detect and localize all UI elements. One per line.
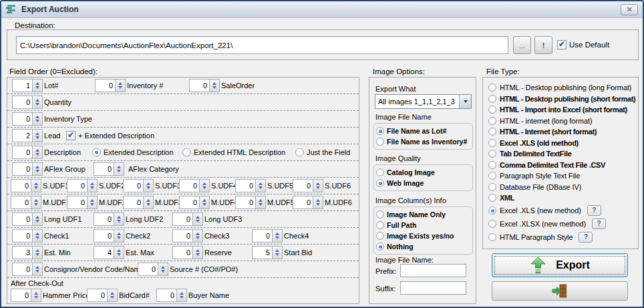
check1-up-down-buttons[interactable] xyxy=(32,230,42,242)
file-type-option[interactable]: Excel .XLS (old method) xyxy=(488,138,638,149)
image-option-radio[interactable] xyxy=(376,127,384,135)
alert-button[interactable]: ! xyxy=(534,36,552,54)
m-udf2-spinner[interactable]: 0 xyxy=(67,196,98,209)
m-udf6-up-down-buttons[interactable] xyxy=(313,196,323,208)
image-option[interactable]: Nothing xyxy=(376,242,470,251)
aflex-group-spinner[interactable]: 0 xyxy=(12,162,43,176)
file-type-option[interactable]: Database File (DBase IV) xyxy=(488,182,638,193)
prefix-input[interactable] xyxy=(400,264,466,277)
lead-up-down-buttons[interactable] xyxy=(32,130,42,142)
reserve-up-down-buttons[interactable] xyxy=(192,247,202,259)
check3-up-down-buttons[interactable] xyxy=(192,230,202,242)
image-option-radio[interactable] xyxy=(376,232,384,240)
long-udf1-up-down-buttons[interactable] xyxy=(32,213,42,225)
image-option[interactable]: Full Path xyxy=(376,220,470,230)
image-option[interactable]: Image Exists yes/no xyxy=(376,231,470,241)
s-udf5-up-down-buttons[interactable] xyxy=(255,180,265,192)
m-udf3-spinner[interactable]: 0 xyxy=(123,196,154,209)
quantity-spinner[interactable]: 0 xyxy=(12,96,43,109)
suffix-input[interactable] xyxy=(400,281,466,295)
m-udf2-up-down-buttons[interactable] xyxy=(87,196,97,208)
file-type-option[interactable]: Paragraph Style Text File xyxy=(488,170,638,182)
file-type-option[interactable]: HTML - Desktop publishing (long Format) xyxy=(488,82,638,94)
image-option-radio[interactable] xyxy=(376,179,384,187)
s-udf1-spinner[interactable]: 0 xyxy=(11,179,41,192)
file-type-radio[interactable] xyxy=(488,150,496,158)
check4-spinner[interactable]: 0 xyxy=(252,229,283,243)
file-type-radio[interactable] xyxy=(488,161,496,169)
browse-button[interactable]: ... xyxy=(513,36,531,54)
quantity-up-down-buttons[interactable] xyxy=(32,96,42,108)
aflex-category-spinner[interactable]: 0 xyxy=(94,162,124,176)
image-option[interactable]: Web Image xyxy=(376,178,470,188)
destination-path-input[interactable]: C:\Users\brandon\Documents\AuctionFlex\A… xyxy=(16,36,508,54)
image-option[interactable]: File Name as Lot# xyxy=(376,126,470,136)
check2-spinner[interactable]: 0 xyxy=(94,229,124,243)
aflex-category-up-down-buttons[interactable] xyxy=(114,163,124,175)
s-udf4-up-down-buttons[interactable] xyxy=(199,180,209,192)
file-type-radio[interactable] xyxy=(488,84,496,92)
long-udf1-spinner[interactable]: 0 xyxy=(12,212,43,226)
m-udf3-up-down-buttons[interactable] xyxy=(143,196,153,208)
close-button[interactable]: ✕ xyxy=(621,4,638,15)
long-udf2-spinner[interactable]: 0 xyxy=(94,212,124,226)
m-udf1-up-down-buttons[interactable] xyxy=(31,196,41,208)
consignor-vendor-spinner[interactable]: 0 xyxy=(12,263,43,276)
image-option-radio[interactable] xyxy=(376,221,384,229)
file-type-option[interactable]: HTML - Internet (short format) xyxy=(488,126,638,138)
export-button[interactable]: Export xyxy=(492,253,628,277)
long-udf2-up-down-buttons[interactable] xyxy=(114,213,124,225)
file-type-radio[interactable] xyxy=(488,233,496,241)
check1-spinner[interactable]: 0 xyxy=(12,229,43,243)
check4-up-down-buttons[interactable] xyxy=(272,230,282,242)
file-type-option[interactable]: HTML Paragraph Style? xyxy=(488,230,638,244)
check2-up-down-buttons[interactable] xyxy=(114,230,124,242)
help-button[interactable]: ? xyxy=(579,232,593,243)
use-default-checkbox[interactable] xyxy=(557,40,567,49)
file-type-radio[interactable] xyxy=(488,194,496,202)
start-bid-up-down-buttons[interactable] xyxy=(272,247,282,259)
help-button[interactable]: ? xyxy=(592,218,606,229)
est-min-spinner[interactable]: 3 xyxy=(12,246,43,259)
extended-html-description-radio[interactable] xyxy=(182,148,191,157)
help-button[interactable]: ? xyxy=(587,205,601,216)
image-option-radio[interactable] xyxy=(376,168,384,176)
s-udf5-spinner[interactable]: 0 xyxy=(235,179,266,192)
s-udf6-spinner[interactable]: 0 xyxy=(293,179,323,192)
est-max-spinner[interactable]: 4 xyxy=(94,246,124,259)
file-type-option[interactable]: XML xyxy=(488,192,638,204)
check3-spinner[interactable]: 0 xyxy=(172,229,203,243)
source-number-up-down-buttons[interactable] xyxy=(158,263,168,275)
file-type-radio[interactable] xyxy=(488,106,496,114)
lot-number-spinner[interactable]: 1 xyxy=(12,79,43,92)
sale-order-up-down-buttons[interactable] xyxy=(209,80,219,92)
aflex-group-up-down-buttons[interactable] xyxy=(32,163,42,175)
m-udf5-spinner[interactable]: 0 xyxy=(235,196,266,209)
s-udf2-up-down-buttons[interactable] xyxy=(87,180,97,192)
sale-order-spinner[interactable]: 0 xyxy=(189,79,220,92)
start-bid-spinner[interactable]: 5 xyxy=(252,246,283,259)
file-type-radio[interactable] xyxy=(488,220,496,228)
m-udf1-spinner[interactable]: 0 xyxy=(11,196,41,209)
buyer-name-up-down-buttons[interactable] xyxy=(176,289,186,301)
file-type-radio[interactable] xyxy=(488,206,496,214)
file-type-option[interactable]: Comma Delimited Text File .CSV xyxy=(488,160,638,171)
image-option[interactable]: Image Name Only xyxy=(376,210,470,219)
est-max-up-down-buttons[interactable] xyxy=(114,247,124,259)
bidcard-number-up-down-buttons[interactable] xyxy=(107,289,117,301)
just-the-field-radio[interactable] xyxy=(295,148,304,157)
file-type-radio[interactable] xyxy=(488,139,496,147)
file-type-radio[interactable] xyxy=(488,117,496,125)
source-number-spinner[interactable]: 0 xyxy=(138,263,168,276)
s-udf6-up-down-buttons[interactable] xyxy=(313,180,323,192)
consignor-vendor-up-down-buttons[interactable] xyxy=(32,263,42,275)
lot-number-up-down-buttons[interactable] xyxy=(32,80,42,92)
file-type-radio[interactable] xyxy=(488,172,496,180)
s-udf4-spinner[interactable]: 0 xyxy=(179,179,210,192)
image-option-radio[interactable] xyxy=(376,138,384,146)
file-type-radio[interactable] xyxy=(488,128,496,136)
exit-button[interactable] xyxy=(492,281,628,301)
file-type-radio[interactable] xyxy=(488,183,496,191)
inventory-type-spinner[interactable]: 0 xyxy=(12,112,43,126)
s-udf1-up-down-buttons[interactable] xyxy=(31,180,41,192)
